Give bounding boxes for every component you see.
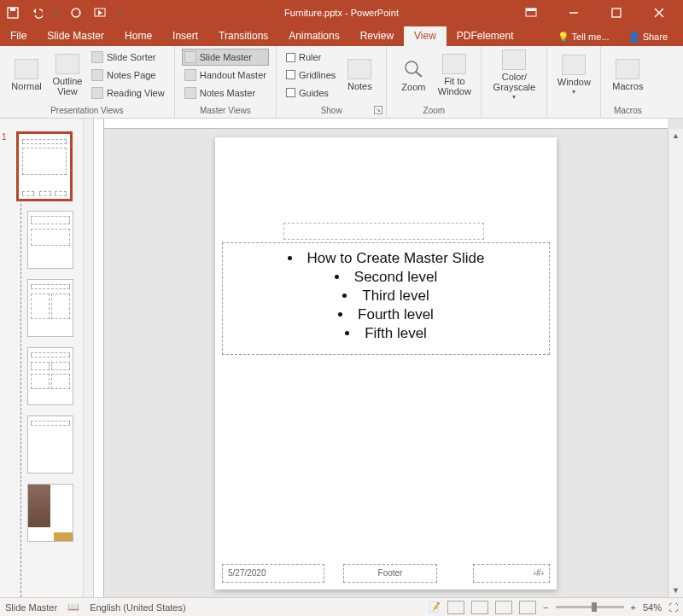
undo-dropdown-icon[interactable]: ▾ [55,9,58,17]
spellcheck-icon[interactable]: 📖 [67,601,79,613]
layout-thumbnail[interactable] [0,211,83,269]
body-level-4: Fourth level [231,306,540,323]
normal-view-status-button[interactable] [447,601,464,614]
zoom-slider[interactable] [556,606,624,608]
show-dialog-launcher[interactable]: ↘ [374,106,382,114]
notes-page-button[interactable]: Notes Page [89,67,167,84]
outline-view-button[interactable]: Outline View [48,49,87,102]
undo-icon[interactable] [31,7,43,19]
slide-master-label: Slide Master [200,52,252,62]
notes-icon [347,59,371,79]
checkbox-icon [286,88,295,97]
layout-thumbnail[interactable] [0,416,83,474]
handout-master-label: Handout Master [200,70,266,80]
slide-sorter-button[interactable]: Slide Sorter [89,49,167,66]
close-button[interactable] [642,0,676,26]
notes-master-button[interactable]: Notes Master [182,84,269,102]
tab-animations[interactable]: Animations [278,26,349,46]
reading-view-button[interactable]: Reading View [89,84,167,102]
slide-canvas-container[interactable]: How to Create Master Slide Second level … [104,129,668,597]
slide-master-icon [184,51,196,63]
window-label: Window [557,77,591,87]
checkbox-icon [286,70,295,79]
minimize-button[interactable] [557,0,591,26]
gridlines-checkbox[interactable]: Gridlines [283,67,338,84]
tab-pdfelement[interactable]: PDFelement [447,26,524,46]
redo-icon[interactable] [70,7,82,19]
slide-canvas[interactable]: How to Create Master Slide Second level … [215,137,557,590]
group-zoom: Zoom Fit to Window Zoom [387,46,482,118]
svg-point-10 [406,61,417,73]
ruler-label: Ruler [299,52,321,62]
reading-view-status-button[interactable] [495,601,512,614]
group-label-color [488,104,540,118]
normal-view-icon [15,59,38,79]
window-button[interactable]: Window ▾ [554,49,593,102]
zoom-out-button[interactable]: − [543,602,548,613]
handout-master-icon [184,69,196,81]
macros-label: Macros [612,81,643,91]
layout-thumbnail[interactable] [0,279,83,337]
fit-to-window-button[interactable]: Fit to Window [435,49,474,102]
slide-sorter-status-button[interactable] [471,601,488,614]
layout-thumbnail[interactable] [0,484,83,542]
color-grayscale-button[interactable]: Color/ Grayscale ▾ [488,49,540,102]
save-icon[interactable] [7,7,19,19]
footer-placeholder[interactable]: Footer [343,564,437,583]
layout-thumbnail[interactable] [0,347,83,405]
macros-button[interactable]: Macros [608,49,647,102]
title-placeholder[interactable] [283,223,484,240]
guides-label: Guides [299,88,329,98]
gridlines-label: Gridlines [299,70,336,80]
color-grayscale-label: Color/ Grayscale [488,72,540,92]
svg-rect-1 [10,8,15,11]
ribbon-display-options-icon[interactable] [514,0,548,26]
ruler-checkbox[interactable]: Ruler [283,49,338,66]
notes-status-button[interactable]: 📝 [429,601,441,613]
ribbon: Normal Outline View Slide Sorter Notes P… [0,46,683,119]
reading-view-icon [91,87,103,99]
handout-master-button[interactable]: Handout Master [182,67,269,84]
slide-number-placeholder[interactable]: ‹#› [473,564,550,583]
status-language[interactable]: English (United States) [90,602,186,613]
zoom-in-button[interactable]: + [631,602,636,613]
tab-view[interactable]: View [404,26,447,46]
share-button[interactable]: 👤 Share [622,28,674,46]
slide-sorter-label: Slide Sorter [107,52,155,62]
editor-vertical-scrollbar[interactable]: ▲ ▼ [668,129,683,597]
notes-button[interactable]: Notes [340,49,379,102]
master-slide-thumbnail[interactable]: 1 [0,132,83,200]
zoom-slider-thumb[interactable] [592,602,597,612]
slide-master-button[interactable]: Slide Master [182,49,269,66]
maximize-button[interactable] [599,0,633,26]
status-bar: Slide Master 📖 English (United States) 📝… [0,597,683,616]
start-from-beginning-icon[interactable] [94,7,106,19]
zoom-level[interactable]: 54% [643,602,662,613]
tell-me-search[interactable]: 💡 Tell me... [551,28,616,46]
tab-home[interactable]: Home [114,26,162,46]
date-placeholder[interactable]: 5/27/2020 [222,564,324,583]
scroll-up-icon[interactable]: ▲ [668,129,683,142]
slide-thumbnail-pane[interactable]: 1 [0,119,94,597]
group-color-grayscale: Color/ Grayscale ▾ [482,46,547,118]
tell-me-label: Tell me... [572,32,610,42]
svg-rect-5 [526,9,536,11]
scroll-down-icon[interactable]: ▼ [668,584,683,597]
normal-view-button[interactable]: Normal [7,49,46,102]
group-label-presentation-views: Presentation Views [7,104,167,118]
tab-file[interactable]: File [0,26,37,46]
tab-insert[interactable]: Insert [162,26,208,46]
body-placeholder[interactable]: How to Create Master Slide Second level … [222,242,550,355]
slideshow-status-button[interactable] [519,601,536,614]
zoom-button[interactable]: Zoom [394,49,433,102]
group-master-views: Slide Master Handout Master Notes Master… [175,46,277,118]
tab-transitions[interactable]: Transitions [208,26,278,46]
thumbnail-scrollbar[interactable] [83,119,93,597]
status-mode[interactable]: Slide Master [5,602,57,613]
reading-view-label: Reading View [107,88,165,98]
tab-slide-master[interactable]: Slide Master [37,26,114,46]
tab-review[interactable]: Review [350,26,404,46]
guides-checkbox[interactable]: Guides [283,84,338,102]
fit-to-window-status-button[interactable]: ⛶ [668,602,678,613]
customize-qat-icon[interactable]: ▾ [118,9,121,17]
